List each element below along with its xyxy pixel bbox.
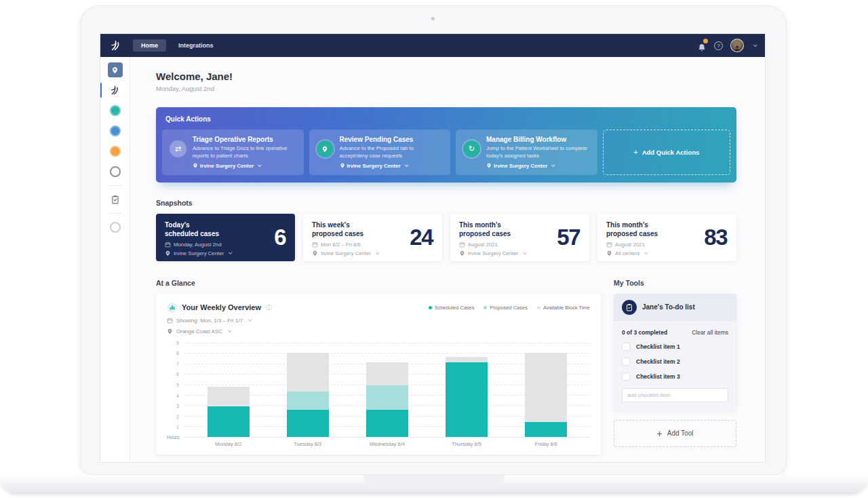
bar-segment [525,422,567,437]
bar-segment [208,387,250,406]
location-dropdown[interactable]: Irvine Surgery Center [459,250,580,256]
add-tool-button[interactable]: + Add Tool [614,420,736,447]
quick-action-triage-reports[interactable]: ⇄ Triage Operative Reports Advance to Tr… [162,130,304,175]
date-range-dropdown[interactable]: Showing: Mon, 1/3 – Fri 1/7 [167,318,590,324]
sidebar-item-app-teal[interactable] [100,103,130,118]
help-button[interactable]: ? [714,41,723,50]
snapshot-period: Monday, August 2nd [165,242,286,248]
my-tools-heading: My Tools [614,279,736,287]
y-axis-tick: 9 [176,341,179,345]
avatar-chevron-down-icon[interactable] [753,43,757,47]
navbar-actions: ? [697,39,756,52]
location-dropdown[interactable]: Irvine Surgery Center [193,163,296,169]
snapshot-title-line2: proposed cases [312,230,363,237]
map-pin-icon [193,163,198,168]
sidebar-divider [109,185,121,186]
sidebar-item-app-grey-faded[interactable] [100,220,130,235]
location-dropdown[interactable]: Irvine Surgery Center [486,163,590,169]
todo-item-label: Checklist item 1 [636,343,680,350]
tab-integrations[interactable]: Integrations [170,39,222,52]
sidebar-item-brand[interactable] [100,83,130,98]
stacked-bar [287,343,329,437]
y-axis-tick: 7 [176,362,179,366]
grey-app-icon [110,166,121,177]
bar-segment [366,410,408,437]
swap-arrows-icon: ⇄ [170,140,186,157]
sidebar-item-app-blue[interactable] [100,123,130,138]
bar-segment [287,410,329,437]
period-label: Mon 8/2 – Fri 8/6 [321,242,361,248]
legend-item-available: Available Block Time [537,305,590,311]
info-icon[interactable]: ⓘ [266,303,272,312]
snapshot-card-month-all-centers[interactable]: This month's proposed cases August 2021 … [597,214,736,261]
calendar-icon [459,242,465,248]
checkbox[interactable] [622,343,630,351]
quick-action-review-cases[interactable]: Review Pending Cases Advance to the Prop… [309,130,451,175]
y-axis-tick: 2 [176,415,179,419]
chevron-down-icon [405,164,409,168]
chevron-down-icon [258,164,262,168]
add-checklist-item-input[interactable] [622,388,728,402]
location-dropdown[interactable]: Irvine Surgery Center [340,163,443,169]
x-axis-label: Friday 8/6 [525,441,567,447]
chevron-down-icon [248,318,252,322]
stacked-bar [446,343,488,437]
checkbox[interactable] [622,358,630,366]
plus-icon: + [633,148,637,156]
chevron-down-icon [644,251,648,255]
legend-dot [484,306,487,309]
snapshots-row: Today's scheduled cases Monday, August 2… [156,214,736,261]
chart-bars-icon [167,303,177,313]
app-body: Welcome, Jane! Monday, August 2nd Quick … [100,57,765,462]
notifications-button[interactable] [697,41,707,50]
calendar-icon [312,242,318,248]
app-screen: Home Integrations ? [100,34,765,462]
bar-segment [287,353,329,391]
snapshot-card-today-scheduled[interactable]: Today's scheduled cases Monday, August 2… [156,214,295,261]
add-quick-actions-button[interactable]: + Add Quick Actions [603,130,731,175]
snapshot-value: 83 [704,225,727,250]
location-label: All centers [615,250,639,256]
snapshot-value: 6 [274,225,285,250]
todo-item: Checklist item 3 [622,372,728,381]
sidebar-item-location[interactable] [100,62,130,77]
laptop-base-notch [363,475,505,485]
user-avatar[interactable] [730,39,744,52]
weekly-overview-card: Your Weekly Overview ⓘ Scheduled Cases [156,294,601,455]
bar-segment [366,385,408,410]
todo-list-title: Jane's To-do list [642,303,695,311]
clear-all-items-link[interactable]: Clear all items [692,329,728,336]
center-dropdown[interactable]: Orange Coast ASC [167,328,590,334]
snapshot-title-line1: Today's [165,221,190,229]
quick-actions-title: Quick Actions [165,115,730,123]
tab-home[interactable]: Home [133,39,166,52]
x-axis-label: Tuesday 8/3 [287,441,329,447]
page: Home Integrations ? [0,0,868,498]
todo-clipboard-icon [622,300,637,315]
quick-actions-panel: Quick Actions ⇄ Triage Operative Reports… [156,107,736,183]
x-axis-label: Monday 8/2 [208,441,250,447]
quick-action-billing-workflow[interactable]: ↻ Manage Billing Workflow Jump to the Pa… [456,130,597,175]
sidebar-item-app-orange[interactable] [100,144,130,159]
map-pin-icon [340,163,345,168]
snapshot-card-month-proposed[interactable]: This month's proposed cases August 2021 … [450,214,589,261]
sidebar-item-clipboard[interactable] [100,192,130,207]
location-dropdown[interactable]: All centers [606,250,728,256]
location-dropdown[interactable]: Irvine Surgery Center [165,250,286,256]
location-label: Irvine Surgery Center [347,163,401,169]
sidebar-item-app-grey[interactable] [100,164,130,179]
snapshots-heading: Snapshots [156,199,736,207]
snapshot-card-week-proposed[interactable]: This week's proposed cases Mon 8/2 – Fri… [303,214,442,261]
quick-action-description: Advance to the Proposed tab to accept/de… [340,145,443,160]
snapshot-value: 24 [410,225,433,250]
bar-segment [287,391,329,409]
snapshot-value: 57 [557,225,580,250]
chevron-down-icon [228,329,232,333]
location-dropdown[interactable]: Irvine Surgery Center [312,250,433,256]
brand-logo-icon [109,39,122,52]
bar-segment [446,362,488,437]
period-label: August 2021 [615,242,645,248]
orange-app-icon [110,146,121,157]
y-axis-tick: 5 [176,383,179,387]
checkbox[interactable] [622,372,630,381]
